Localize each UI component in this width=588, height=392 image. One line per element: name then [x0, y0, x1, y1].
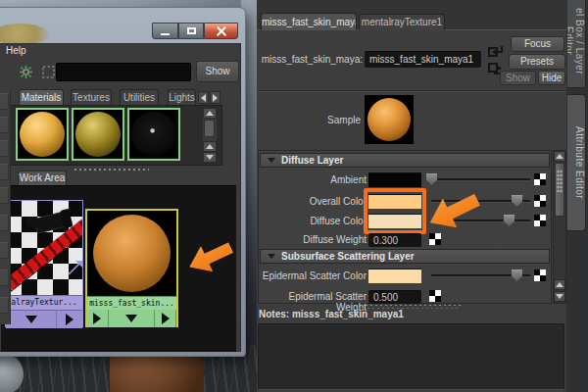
- rail-button[interactable]: [0, 270, 9, 286]
- tab-scroll-left-button[interactable]: [198, 91, 209, 104]
- material-swatch-panel: [9, 105, 222, 166]
- screenshot-root: Help Show Materials Textures Utilities: [0, 0, 588, 392]
- minimize-button[interactable]: [152, 23, 178, 39]
- rail-button[interactable]: [0, 140, 9, 157]
- collapse-triangle-icon: [268, 254, 275, 259]
- attribute-scroll-area: Diffuse Layer Ambient Overall Color Diff…: [258, 150, 552, 304]
- node-output-cell[interactable]: [57, 311, 82, 328]
- hide-button[interactable]: Hide: [538, 71, 565, 85]
- attribute-editor-panel: misss_fast_skin_maya1 mentalrayTexture1 …: [257, 0, 566, 392]
- tab-mentalray-texture1[interactable]: mentalrayTexture1: [359, 14, 445, 30]
- attribute-editor-scrollbar[interactable]: [553, 150, 566, 304]
- ambient-slider-track[interactable]: [431, 178, 530, 181]
- ambient-label: Ambient: [261, 174, 367, 185]
- scroll-down-button[interactable]: [554, 291, 565, 302]
- tab-materials[interactable]: Materials: [19, 89, 64, 105]
- tab-lights[interactable]: Lights: [168, 89, 196, 105]
- node-input-cell[interactable]: [87, 310, 109, 327]
- sample-swatch[interactable]: [365, 95, 414, 144]
- scroll-up-button[interactable]: [554, 151, 565, 162]
- node-footer-controls[interactable]: [87, 310, 176, 327]
- swatch-panel-scrollbar[interactable]: [203, 108, 217, 163]
- collapse-triangle-icon: [268, 158, 275, 163]
- node-misss-fast-skin[interactable]: misss_fast_skin...: [85, 209, 178, 327]
- diffuse-weight-input[interactable]: 0.300: [368, 233, 421, 247]
- rail-button[interactable]: [0, 297, 9, 314]
- hypershade-client-area: Help Show Materials Textures Utilities: [0, 43, 241, 352]
- overall-color-slider-handle[interactable]: [512, 195, 522, 207]
- rail-button[interactable]: [0, 242, 9, 259]
- overall-color-texture-map-button[interactable]: [534, 195, 546, 207]
- diffuse-color-texture-map-button[interactable]: [534, 215, 546, 226]
- section-subsurface-scattering-layer[interactable]: Subsurface Scattering Layer: [260, 249, 550, 264]
- window-titlebar[interactable]: [0, 8, 245, 43]
- material-sphere: [131, 112, 176, 157]
- triangle-right-icon: [93, 313, 101, 324]
- maximize-button[interactable]: [178, 23, 204, 39]
- ambient-color-swatch[interactable]: [368, 172, 421, 187]
- scrollbar-thumb[interactable]: [204, 120, 215, 137]
- clear-graph-icon[interactable]: [40, 64, 57, 80]
- hypershade-left-toolbar: [0, 91, 11, 324]
- scroll-up-button[interactable]: [203, 108, 217, 119]
- skin-node-swatch: [87, 211, 176, 296]
- scroll-down-button[interactable]: [203, 152, 217, 163]
- ambient-slider-handle[interactable]: [426, 173, 437, 185]
- panel-splitter-handle[interactable]: [74, 168, 149, 171]
- node-label: alrayTextur...: [6, 295, 82, 310]
- scroll-up-button-2[interactable]: [203, 141, 217, 152]
- scroll-up-button-2[interactable]: [554, 279, 565, 290]
- node-output-cell[interactable]: [155, 310, 176, 327]
- epidermal-scatter-color-texture-map-button[interactable]: [534, 270, 546, 281]
- ambient-texture-map-button[interactable]: [534, 173, 546, 185]
- triangle-down-icon: [125, 315, 137, 322]
- focus-button[interactable]: Focus: [511, 36, 564, 52]
- tab-work-area[interactable]: Work Area: [18, 171, 67, 185]
- material-swatch-olive[interactable]: [72, 108, 124, 161]
- presets-button[interactable]: Presets: [509, 54, 565, 70]
- epidermal-scatter-weight-texture-map-button[interactable]: [429, 290, 441, 302]
- material-swatch-skin[interactable]: [16, 108, 69, 161]
- diffuse-color-slider-handle[interactable]: [504, 215, 514, 226]
- hypershade-menubar: Help: [0, 44, 240, 58]
- node-expand-cell[interactable]: [6, 311, 57, 328]
- triangle-up-icon: [556, 154, 564, 159]
- scrollbar-thumb[interactable]: [555, 163, 564, 217]
- close-button[interactable]: [204, 23, 238, 39]
- rail-button[interactable]: [0, 164, 9, 180]
- rail-button[interactable]: [0, 117, 9, 133]
- epidermal-scatter-weight-input[interactable]: 0.500: [368, 290, 421, 304]
- menu-help[interactable]: Help: [6, 45, 26, 56]
- section-diffuse-layer[interactable]: Diffuse Layer: [260, 153, 550, 168]
- tab-textures[interactable]: Textures: [71, 89, 112, 105]
- search-input[interactable]: [56, 63, 191, 81]
- triangle-up-icon: [206, 144, 214, 149]
- node-name-input[interactable]: misss_fast_skin_maya1: [365, 51, 481, 68]
- diffuse-weight-texture-map-button[interactable]: [429, 233, 441, 245]
- node-footer-controls[interactable]: [6, 310, 82, 328]
- tab-attribute-editor[interactable]: Attribute Editor: [567, 94, 586, 231]
- rail-button[interactable]: [0, 187, 9, 204]
- titlebar-glass-reflection: [0, 24, 49, 45]
- show-button[interactable]: Show: [196, 61, 239, 82]
- epidermal-scatter-color-slider-handle[interactable]: [512, 270, 522, 281]
- overall-color-label: Overall Color: [261, 196, 367, 207]
- notes-textarea[interactable]: [258, 323, 564, 390]
- tab-scroll-right-button[interactable]: [210, 91, 220, 104]
- input-output-connections-icon[interactable]: [18, 64, 34, 80]
- triangle-down-icon: [206, 155, 214, 160]
- tab-channel-box-layer-editor[interactable]: el Box / Layer Editor: [567, 0, 586, 88]
- show-button[interactable]: Show: [500, 71, 536, 85]
- triangle-right-icon: [162, 313, 170, 324]
- hypershade-toolbar: Show: [0, 58, 240, 87]
- triangle-down-icon: [556, 294, 564, 299]
- tab-misss-fast-skin-maya1[interactable]: misss_fast_skin_maya1: [261, 13, 357, 30]
- rail-button[interactable]: [0, 93, 9, 110]
- material-swatch-black[interactable]: [127, 108, 180, 161]
- triangle-right-icon: [66, 314, 74, 325]
- rail-button[interactable]: [0, 215, 9, 231]
- input-connection-icon[interactable]: [488, 45, 503, 58]
- tab-utilities[interactable]: Utilities: [120, 89, 159, 105]
- node-expand-cell[interactable]: [109, 310, 155, 327]
- epidermal-scatter-color-swatch[interactable]: [368, 269, 421, 283]
